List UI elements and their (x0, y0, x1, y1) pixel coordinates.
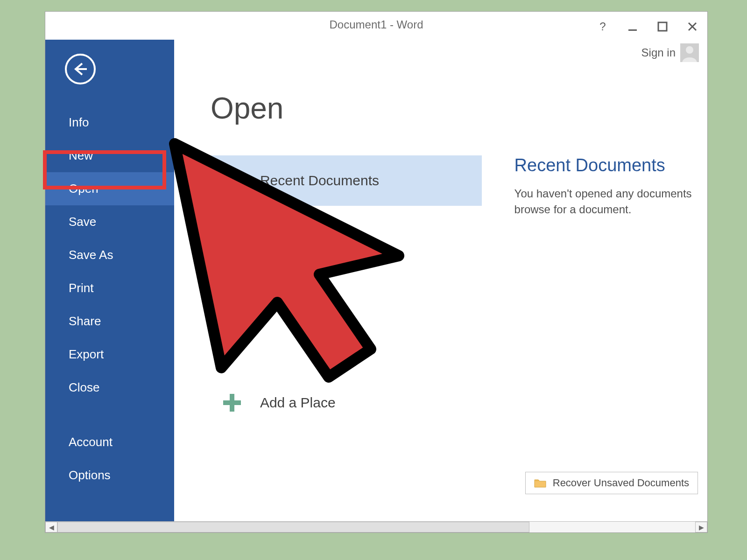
folder-icon (534, 478, 546, 488)
sidebar-item-new[interactable]: New (45, 139, 174, 172)
sidebar-separator (45, 404, 174, 426)
location-label: Recent Documents (260, 173, 379, 189)
sidebar-item-print[interactable]: Print (45, 272, 174, 305)
scroll-track[interactable] (57, 522, 695, 532)
location-recent-documents[interactable]: Recent Documents (211, 155, 482, 206)
sidebar-item-account[interactable]: Account (45, 426, 174, 459)
help-button[interactable]: ? (596, 20, 609, 33)
sidebar-item-label: Close (69, 380, 99, 394)
scroll-thumb[interactable] (57, 522, 529, 532)
sidebar-item-options[interactable]: Options (45, 459, 174, 492)
page-title: Open (211, 91, 707, 126)
recent-documents-panel: Recent Documents You haven't opened any … (514, 155, 707, 428)
recent-documents-heading: Recent Documents (514, 155, 707, 175)
window-controls: ? (596, 20, 699, 33)
svg-rect-1 (658, 22, 667, 31)
window-body: Info New Open Save Save As Print Share E… (45, 40, 707, 521)
svg-rect-0 (628, 29, 637, 31)
sidebar-nav: Info New Open Save Save As Print Share E… (45, 106, 174, 492)
sidebar-item-share[interactable]: Share (45, 305, 174, 338)
window-title: Document1 - Word (330, 18, 423, 31)
sidebar-item-label: Info (69, 115, 89, 129)
backstage-sidebar: Info New Open Save Save As Print Share E… (45, 40, 174, 521)
sidebar-item-label: New (69, 148, 93, 162)
computer-icon (220, 312, 244, 336)
scroll-right-button[interactable]: ▶ (695, 522, 707, 532)
svg-rect-7 (226, 332, 238, 334)
sidebar-item-export[interactable]: Export (45, 338, 174, 371)
sidebar-item-save[interactable]: Save (45, 205, 174, 238)
word-window: Document1 - Word ? Sign in (45, 11, 708, 533)
svg-rect-5 (224, 317, 240, 327)
sidebar-item-label: Export (69, 347, 104, 361)
close-button[interactable] (686, 20, 699, 33)
svg-rect-9 (223, 400, 241, 405)
help-icon: ? (599, 20, 606, 33)
clock-icon (220, 168, 244, 193)
recover-unsaved-label: Recover Unsaved Documents (553, 477, 689, 489)
back-button[interactable] (65, 54, 96, 84)
recent-documents-empty-text: You haven't opened any documents browse … (514, 186, 707, 217)
sidebar-item-label: Save (69, 215, 96, 229)
plus-icon (220, 391, 244, 415)
recover-unsaved-button[interactable]: Recover Unsaved Documents (525, 472, 698, 494)
sidebar-item-save-as[interactable]: Save As (45, 238, 174, 272)
location-computer[interactable]: Computer (211, 299, 482, 350)
svg-rect-6 (228, 330, 235, 332)
open-panel: Open Recent Documents (174, 40, 707, 521)
sidebar-item-close[interactable]: Close (45, 371, 174, 404)
titlebar: Document1 - Word ? (45, 12, 707, 40)
sidebar-item-label: Print (69, 281, 93, 295)
sidebar-item-label: Share (69, 314, 101, 328)
maximize-button[interactable] (656, 20, 669, 33)
sidebar-item-info[interactable]: Info (45, 106, 174, 139)
location-label: Add a Place (260, 395, 336, 411)
location-add-place[interactable]: Add a Place (211, 378, 482, 428)
sidebar-item-label: Save As (69, 248, 113, 262)
sidebar-item-label: Options (69, 468, 111, 482)
sidebar-item-label: Open (69, 182, 99, 196)
sidebar-item-label: Account (69, 435, 113, 449)
horizontal-scrollbar[interactable]: ◀ ▶ (45, 521, 707, 532)
location-list: Recent Documents Computer (211, 155, 482, 428)
sidebar-item-open[interactable]: Open (45, 172, 174, 205)
scroll-left-button[interactable]: ◀ (45, 522, 57, 532)
minimize-button[interactable] (626, 20, 639, 33)
open-columns: Recent Documents Computer (211, 155, 707, 428)
